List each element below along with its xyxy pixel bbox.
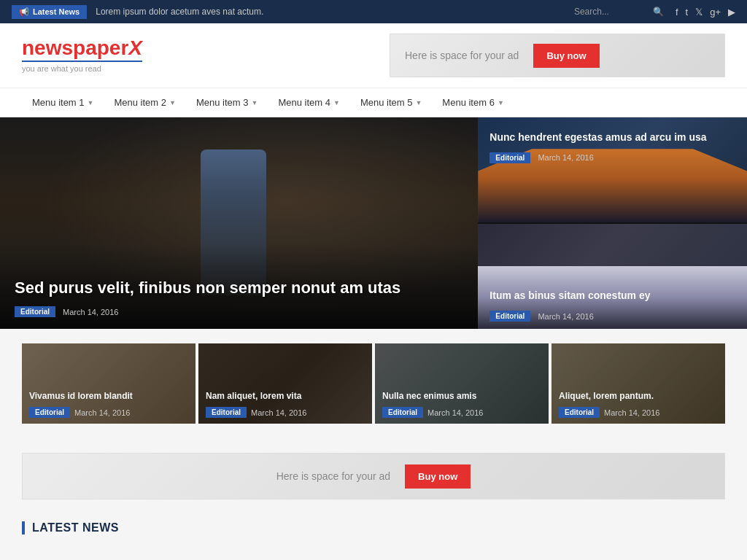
facebook-icon[interactable]: f bbox=[676, 7, 678, 18]
hero-side-bottom-article[interactable]: Itum as binus sitam conestum ey Editoria… bbox=[478, 224, 747, 329]
thumb-title-4: Aliquet, lorem pantum. bbox=[559, 391, 718, 402]
thumb-date-4: March 14, 2016 bbox=[604, 408, 659, 417]
thumb-meta-3: Editorial March 14, 2016 bbox=[382, 407, 541, 418]
thumb-date-1: March 14, 2016 bbox=[74, 408, 130, 417]
nav-label-6: Menu item 6 bbox=[442, 97, 495, 108]
nav-item-4[interactable]: Menu item 4 ▼ bbox=[268, 88, 349, 117]
hero-side-top-caption: Nunc hendrent egestas amus ad arcu im us… bbox=[489, 131, 735, 163]
latest-news-section: LATEST NEWS bbox=[0, 514, 747, 549]
twitter-icon[interactable]: 𝕏 bbox=[695, 7, 703, 18]
thumb-date-3: March 14, 2016 bbox=[427, 408, 483, 417]
hero-side-top-meta: Editorial March 14, 2016 bbox=[489, 152, 735, 163]
chevron-down-icon-4: ▼ bbox=[333, 99, 340, 106]
section-title-latest-news: LATEST NEWS bbox=[22, 521, 725, 534]
hero-main-meta: Editorial March 14, 2016 bbox=[15, 306, 463, 317]
thumb-caption-2: Nam aliquet, lorem vita Editorial March … bbox=[198, 385, 372, 424]
latest-news-label: Latest News bbox=[33, 7, 80, 16]
hero-main-badge: Editorial bbox=[15, 306, 55, 317]
chevron-down-icon-6: ▼ bbox=[498, 99, 504, 106]
header-buy-now-button[interactable]: Buy now bbox=[533, 44, 599, 68]
nav-item-5[interactable]: Menu item 5 ▼ bbox=[350, 88, 432, 117]
hero-main-article[interactable]: Sed purus velit, finibus non semper nonu… bbox=[0, 117, 478, 329]
thumb-card-2[interactable]: Nam aliquet, lorem vita Editorial March … bbox=[198, 343, 372, 424]
top-bar: 📢 Latest News Lorem ipsum dolor acetum a… bbox=[0, 0, 747, 23]
thumb-badge-2: Editorial bbox=[206, 407, 247, 418]
nav-label-4: Menu item 4 bbox=[278, 97, 330, 108]
logo: newspaperX you are what you read bbox=[22, 38, 142, 73]
hero-side-top-article[interactable]: Nunc hendrent egestas amus ad arcu im us… bbox=[478, 117, 747, 222]
nav-label-1: Menu item 1 bbox=[32, 97, 85, 108]
hero-main-title: Sed purus velit, finibus non semper nonu… bbox=[15, 278, 463, 299]
logo-x: X bbox=[128, 36, 142, 59]
thumb-title-2: Nam aliquet, lorem vita bbox=[206, 391, 365, 402]
thumb-badge-4: Editorial bbox=[559, 407, 600, 418]
thumb-meta-1: Editorial March 14, 2016 bbox=[29, 407, 188, 418]
youtube-icon[interactable]: ▶ bbox=[728, 7, 735, 18]
chevron-down-icon-1: ▼ bbox=[88, 99, 94, 106]
thumb-card-1[interactable]: Vivamus id lorem blandit Editorial March… bbox=[22, 343, 196, 424]
latest-news-badge: 📢 Latest News bbox=[12, 5, 87, 19]
nav-label-3: Menu item 3 bbox=[196, 97, 249, 108]
ad-banner-text: Here is space for your ad bbox=[276, 470, 390, 482]
thumb-title-3: Nulla nec enimus amis bbox=[382, 391, 541, 402]
news-ticker: Lorem ipsum dolor acetum aves nat actum. bbox=[96, 7, 574, 17]
thumb-meta-2: Editorial March 14, 2016 bbox=[206, 407, 365, 418]
search-icon[interactable]: 🔍 bbox=[653, 7, 664, 17]
main-nav: Menu item 1 ▼ Menu item 2 ▼ Menu item 3 … bbox=[0, 88, 747, 117]
thumb-caption-3: Nulla nec enimus amis Editorial March 14… bbox=[375, 385, 549, 424]
ad-banner-buy-now-button[interactable]: Buy now bbox=[405, 464, 471, 489]
chevron-down-icon-3: ▼ bbox=[251, 99, 258, 106]
social-icons: f t 𝕏 g+ ▶ bbox=[676, 7, 735, 18]
tumblr-icon[interactable]: t bbox=[686, 7, 689, 18]
thumb-date-2: March 14, 2016 bbox=[251, 408, 306, 417]
hero-main-date: March 14, 2016 bbox=[63, 308, 118, 316]
hero-side-bottom-title: Itum as binus sitam conestum ey bbox=[489, 289, 735, 303]
thumb-caption-4: Aliquet, lorem pantum. Editorial March 1… bbox=[551, 385, 725, 424]
nav-item-3[interactable]: Menu item 3 ▼ bbox=[186, 88, 268, 117]
googleplus-icon[interactable]: g+ bbox=[710, 7, 721, 18]
thumb-card-3[interactable]: Nulla nec enimus amis Editorial March 14… bbox=[375, 343, 549, 424]
hero-side-top-title: Nunc hendrent egestas amus ad arcu im us… bbox=[489, 131, 735, 145]
hero-side-articles: Nunc hendrent egestas amus ad arcu im us… bbox=[478, 117, 747, 329]
search-input[interactable] bbox=[574, 7, 647, 17]
hero-side-bottom-badge: Editorial bbox=[489, 311, 530, 322]
megaphone-icon: 📢 bbox=[19, 7, 29, 17]
hero-side-bottom-caption: Itum as binus sitam conestum ey Editoria… bbox=[489, 289, 735, 322]
thumb-card-4[interactable]: Aliquet, lorem pantum. Editorial March 1… bbox=[551, 343, 725, 424]
chevron-down-icon-2: ▼ bbox=[169, 99, 176, 106]
header: newspaperX you are what you read Here is… bbox=[0, 23, 747, 88]
hero-side-top-badge: Editorial bbox=[489, 152, 530, 163]
nav-item-2[interactable]: Menu item 2 ▼ bbox=[104, 88, 185, 117]
thumbnail-row: Vivamus id lorem blandit Editorial March… bbox=[0, 329, 747, 438]
hero-side-bottom-meta: Editorial March 14, 2016 bbox=[489, 311, 735, 322]
nav-item-6[interactable]: Menu item 6 ▼ bbox=[432, 88, 514, 117]
nav-label-2: Menu item 2 bbox=[114, 97, 166, 108]
nav-label-5: Menu item 5 bbox=[360, 97, 413, 108]
search-area[interactable]: 🔍 bbox=[574, 7, 664, 17]
thumb-meta-4: Editorial March 14, 2016 bbox=[559, 407, 718, 418]
hero-caption: Sed purus velit, finibus non semper nonu… bbox=[0, 263, 478, 329]
logo-name: newspaper bbox=[22, 36, 128, 59]
ad-banner: Here is space for your ad Buy now bbox=[22, 453, 725, 499]
ad-text: Here is space for your ad bbox=[405, 50, 519, 61]
thumb-title-1: Vivamus id lorem blandit bbox=[29, 391, 188, 402]
hero-section: Sed purus velit, finibus non semper nonu… bbox=[0, 117, 747, 329]
nav-item-1[interactable]: Menu item 1 ▼ bbox=[22, 88, 104, 117]
thumb-caption-1: Vivamus id lorem blandit Editorial March… bbox=[22, 385, 196, 424]
thumb-badge-1: Editorial bbox=[29, 407, 70, 418]
chevron-down-icon-5: ▼ bbox=[415, 99, 422, 106]
logo-text: newspaperX bbox=[22, 38, 142, 58]
header-ad-banner: Here is space for your ad Buy now bbox=[390, 34, 725, 77]
thumb-badge-3: Editorial bbox=[382, 407, 423, 418]
hero-side-bottom-date: March 14, 2016 bbox=[538, 312, 593, 321]
logo-tagline: you are what you read bbox=[22, 61, 142, 73]
hero-side-top-date: March 14, 2016 bbox=[538, 153, 593, 162]
